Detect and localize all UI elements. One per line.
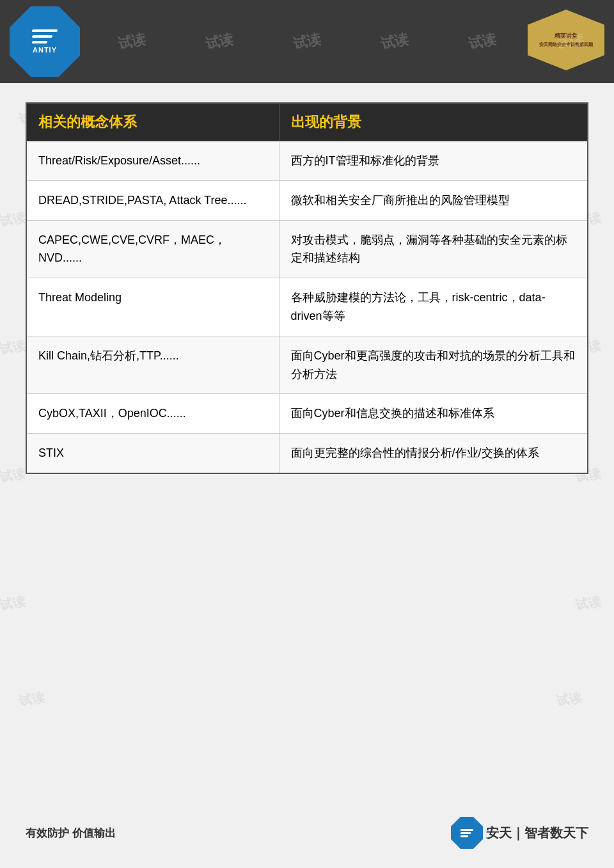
watermark-2: 试读: [116, 29, 147, 53]
logo-text: ANTIY: [33, 46, 57, 54]
table-row: Threat/Risk/Exposure/Asset......西方的IT管理和…: [26, 141, 588, 181]
table-cell-col2: 面向更完整的综合性的情报分析/作业/交换的体系: [279, 434, 588, 473]
footer-brand: 安天｜智者数天下: [486, 825, 588, 842]
logo-line-1: [31, 29, 58, 32]
right-logo-line1: 精英讲堂: [539, 33, 593, 40]
footer-logo-line-3: [460, 835, 469, 837]
footer-logo-icon: [451, 817, 483, 849]
table-cell-col2: 各种威胁建模的方法论，工具，risk-centric，data-driven等等: [279, 278, 588, 336]
logo-line-3: [31, 41, 47, 43]
table-header-col2: 出现的背景: [279, 103, 588, 141]
table-row: STIX面向更完整的综合性的情报分析/作业/交换的体系: [26, 434, 588, 473]
table-row: Threat Modeling各种威胁建模的方法论，工具，risk-centri…: [26, 278, 588, 336]
table-cell-col1: Threat/Risk/Exposure/Asset......: [26, 141, 279, 181]
table-cell-col2: 西方的IT管理和标准化的背景: [279, 141, 588, 181]
header-right-logo-text: 精英讲堂 安天网络安全专训营第四期: [539, 33, 593, 47]
footer-slogan: 有效防护 价值输出: [26, 826, 116, 840]
footer-logo: 安天｜智者数天下: [451, 817, 588, 849]
table-cell-col1: DREAD,STRIDE,PASTA, Attack Tree......: [26, 180, 279, 220]
watermark-6: 试读: [467, 29, 498, 53]
table-row: CAPEC,CWE,CVE,CVRF，MAEC，NVD......对攻击模式，脆…: [26, 220, 588, 278]
body-wm-7: 试读: [0, 209, 27, 231]
table-cell-col1: STIX: [26, 434, 279, 473]
table-cell-col1: Threat Modeling: [26, 278, 279, 336]
body-wm-14: 试读: [574, 593, 602, 615]
table-cell-col1: Kill Chain,钻石分析,TTP......: [26, 336, 279, 394]
footer-brand-main: 安天｜智者数天下: [486, 825, 588, 842]
right-logo-line2: 安天网络安全专训营第四期: [539, 42, 593, 47]
table-cell-col2: 对攻击模式，脆弱点，漏洞等各种基础的安全元素的标定和描述结构: [279, 220, 588, 278]
footer-logo-line-2: [460, 832, 471, 834]
watermark-5: 试读: [379, 29, 411, 53]
logo-lines: [32, 29, 58, 43]
footer-logo-line-1: [460, 829, 474, 831]
table-row: CybOX,TAXII，OpenIOC......面向Cyber和信息交换的描述…: [26, 394, 588, 434]
header-watermarks: 试读 试读 试读 试读 试读 试读 试读: [0, 0, 614, 83]
body-wm-16: 试读: [555, 689, 583, 711]
header-logo: ANTIY: [10, 6, 80, 77]
table-header-col1: 相关的概念体系: [26, 103, 279, 141]
table-row: DREAD,STRIDE,PASTA, Attack Tree......微软和…: [26, 180, 588, 220]
body-wm-11: 试读: [0, 465, 27, 487]
footer-logo-lines: [460, 829, 473, 837]
body-wm-15: 试读: [18, 689, 46, 711]
watermark-3: 试读: [204, 29, 235, 53]
table-cell-col2: 微软和相关安全厂商所推出的风险管理模型: [279, 180, 588, 220]
concept-table: 相关的概念体系 出现的背景 Threat/Risk/Exposure/Asset…: [26, 102, 588, 474]
table-cell-col2: 面向Cyber和信息交换的描述和标准体系: [279, 394, 588, 434]
table-cell-col1: CybOX,TAXII，OpenIOC......: [26, 394, 279, 434]
header: ANTIY 试读 试读 试读 试读 试读 试读 试读 精英讲堂 安天网络安全专训…: [0, 0, 614, 83]
body-wm-9: 试读: [0, 337, 27, 359]
table-cell-col1: CAPEC,CWE,CVE,CVRF，MAEC，NVD......: [26, 220, 279, 278]
table-cell-col2: 面向Cyber和更高强度的攻击和对抗的场景的分析工具和分析方法: [279, 336, 588, 394]
logo-line-2: [31, 35, 52, 38]
main-content: 相关的概念体系 出现的背景 Threat/Risk/Exposure/Asset…: [26, 102, 588, 474]
footer: 有效防护 价值输出 安天｜智者数天下: [26, 817, 588, 849]
table-row: Kill Chain,钻石分析,TTP......面向Cyber和更高强度的攻击…: [26, 336, 588, 394]
watermark-4: 试读: [292, 29, 323, 53]
body-wm-13: 试读: [0, 593, 27, 615]
header-right-logo: 精英讲堂 安天网络安全专训营第四期: [528, 10, 604, 70]
